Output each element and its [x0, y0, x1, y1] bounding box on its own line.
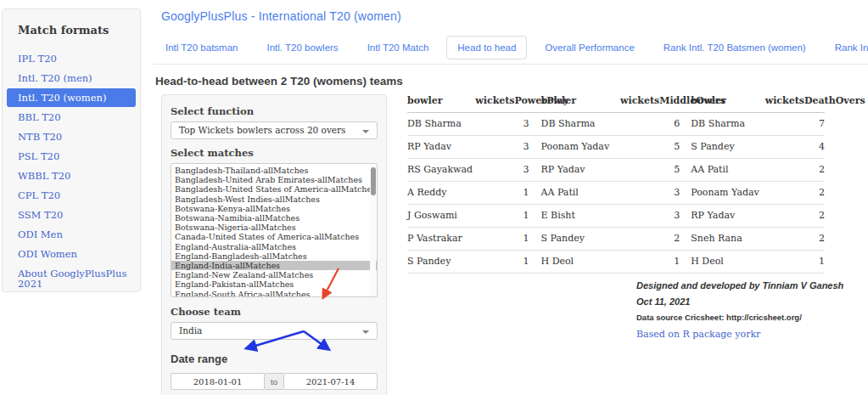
- sidebar-item-psl-t20[interactable]: PSL T20: [3, 147, 140, 166]
- sidebar-title: Match formats: [3, 24, 140, 37]
- sidebar-item-intl-t20-men-[interactable]: Intl. T20 (men): [3, 69, 140, 87]
- table-cell: 3: [620, 205, 680, 228]
- match-option[interactable]: England-Bangladesh-allMatches: [171, 251, 377, 261]
- sidebar-item-about-googlyplusplus-2021[interactable]: About GooglyPlusPlus 2021: [3, 264, 140, 293]
- sidebar-item-ssm-t20[interactable]: SSM T20: [3, 206, 140, 224]
- table-cell: 4: [765, 136, 825, 159]
- chevron-down-icon: [362, 330, 369, 334]
- table-cell: RP Yadav: [529, 159, 620, 182]
- tab-bar: Intl T20 batsmanIntl. T20 bowlersIntl T2…: [154, 36, 868, 59]
- listbox-scrollbar-thumb[interactable]: [371, 167, 376, 195]
- table-cell: S Pandey: [407, 251, 475, 274]
- select-matches-label: Select matches: [171, 147, 378, 159]
- table-row: J Goswami1E Bisht3RP Yadav2: [407, 205, 825, 228]
- match-option[interactable]: England-Australia-allMatches: [171, 242, 377, 251]
- table-cell: 1: [475, 182, 529, 205]
- sidebar-item-bbl-t20[interactable]: BBL T20: [3, 108, 140, 127]
- match-option[interactable]: Canada-United States of America-allMatch…: [171, 232, 377, 241]
- table-cell: RP Yadav: [680, 205, 764, 228]
- match-option[interactable]: England-Pakistan-allMatches: [171, 279, 377, 289]
- table-header-cell: bowler: [407, 90, 475, 113]
- footer-data-source: Data source Cricsheet: http://cricsheet.…: [636, 313, 843, 322]
- date-range-control: to: [171, 373, 378, 390]
- select-function-value: Top Wickets bowlers across 20 overs: [179, 125, 345, 135]
- sidebar-item-ipl-t20[interactable]: IPL T20: [3, 49, 140, 68]
- table-cell: 2: [765, 228, 825, 251]
- table-cell: Poonam Yadav: [680, 182, 764, 205]
- table-cell: RP Yadav: [407, 136, 475, 159]
- tab-rank-intl-t20-batsmen-women-[interactable]: Rank Intl. T20 Batsmen (women): [652, 36, 817, 59]
- sidebar-item-odi-women[interactable]: ODI Women: [3, 245, 140, 263]
- tab-head-to-head[interactable]: Head to head: [446, 36, 527, 59]
- table-cell: P Vastrakar: [407, 228, 475, 251]
- tab-intl-t20-bowlers[interactable]: Intl. T20 bowlers: [255, 36, 349, 59]
- match-option[interactable]: Botswana-Kenya-allMatches: [171, 204, 377, 213]
- table-row: RP Yadav3Poonam Yadav5S Pandey4: [407, 136, 825, 159]
- table-cell: H Deol: [680, 251, 764, 274]
- footer: Designed and developed by Tinniam V Gane…: [636, 280, 843, 340]
- match-option[interactable]: England-New Zealand-allMatches: [171, 270, 377, 279]
- tab-intl-t20-batsman[interactable]: Intl T20 batsman: [154, 36, 249, 59]
- choose-team-dropdown[interactable]: India: [171, 322, 378, 340]
- table-cell: DB Sharma: [407, 113, 475, 136]
- match-option[interactable]: Bangladesh-United States of America-allM…: [171, 184, 377, 194]
- tab-overall-performance[interactable]: Overall Performance: [534, 36, 645, 59]
- match-option[interactable]: Bangladesh-West Indies-allMatches: [171, 195, 377, 204]
- table-cell: 1: [765, 251, 825, 274]
- match-option[interactable]: Botswana-Namibia-allMatches: [171, 213, 377, 223]
- table-cell: 2: [765, 205, 825, 228]
- controls-panel: Select function Top Wickets bowlers acro…: [161, 94, 387, 395]
- wickets-table: bowlerwicketsPowerPlaybowlerwicketsMiddl…: [407, 90, 825, 274]
- section-heading: Head-to-head between 2 T20 (womens) team…: [155, 75, 403, 87]
- table-row: DB Sharma3DB Sharma6DB Sharma7: [407, 113, 825, 136]
- table-cell: A Reddy: [407, 182, 475, 205]
- table-row: RS Gayakwad3RP Yadav5AA Patil2: [407, 159, 825, 182]
- sidebar-item-intl-t20-women-[interactable]: Intl. T20 (women): [7, 88, 136, 107]
- table-cell: 3: [475, 136, 529, 159]
- sidebar-item-cpl-t20[interactable]: CPL T20: [3, 186, 140, 205]
- match-option[interactable]: England-South Africa-allMatches: [171, 290, 377, 297]
- tab-intl-t20-match[interactable]: Intl T20 Match: [356, 36, 440, 59]
- yorkr-package-link[interactable]: Based on R package yorkr: [636, 329, 843, 340]
- table-header-cell: wicketsPowerPlay: [475, 90, 529, 113]
- choose-team-value: India: [179, 325, 202, 336]
- tab-rank-intl-t20-bowlers-women-[interactable]: Rank Intl. T20 Bowlers (women): [824, 36, 868, 59]
- table-cell: RS Gayakwad: [407, 159, 475, 182]
- select-matches-listbox[interactable]: Bangladesh-Thailand-allMatchesBangladesh…: [171, 163, 378, 297]
- table-header-cell: wicketsDeathOvers: [765, 90, 825, 113]
- page-title: GooglyPlusPlus - International T20 (wome…: [161, 9, 401, 23]
- table-row: P Vastrakar1S Pandey2Sneh Rana2: [407, 228, 825, 251]
- match-option[interactable]: England-India-allMatches: [171, 261, 377, 270]
- footer-date: Oct 11, 2021: [636, 296, 843, 307]
- table-cell: 3: [475, 159, 529, 182]
- table-cell: 2: [765, 182, 825, 205]
- table-cell: Sneh Rana: [680, 228, 764, 251]
- match-option[interactable]: Botswana-Nigeria-allMatches: [171, 223, 377, 232]
- date-range-heading: Date range: [171, 353, 378, 365]
- table-cell: 7: [765, 113, 825, 136]
- match-option[interactable]: Bangladesh-Thailand-allMatches: [171, 166, 377, 175]
- table-cell: S Pandey: [680, 136, 764, 159]
- table-cell: 5: [620, 159, 680, 182]
- table-header-cell: bowler: [529, 90, 620, 113]
- chevron-down-icon: [362, 130, 369, 133]
- date-end-input[interactable]: [283, 373, 378, 390]
- table-cell: 1: [475, 251, 529, 274]
- sidebar-item-ntb-t20[interactable]: NTB T20: [3, 127, 140, 146]
- select-function-label: Select function: [171, 105, 378, 117]
- table-cell: 2: [765, 159, 825, 182]
- table-row: A Reddy1AA Patil3Poonam Yadav2: [407, 182, 825, 205]
- table-cell: AA Patil: [680, 159, 764, 182]
- table-cell: S Pandey: [529, 228, 620, 251]
- date-range-separator: to: [265, 373, 283, 390]
- table-cell: J Goswami: [407, 205, 475, 228]
- table-cell: DB Sharma: [529, 113, 620, 136]
- select-function-dropdown[interactable]: Top Wickets bowlers across 20 overs: [171, 121, 378, 139]
- sidebar-item-wbbl-t20[interactable]: WBBL T20: [3, 166, 140, 185]
- table-cell: E Bisht: [529, 205, 620, 228]
- sidebar-item-odi-men[interactable]: ODI Men: [3, 225, 140, 244]
- date-start-input[interactable]: [171, 373, 265, 390]
- listbox-scrollbar[interactable]: [370, 165, 376, 297]
- table-cell: 3: [475, 113, 529, 136]
- match-option[interactable]: Bangladesh-United Arab Emirates-allMatch…: [171, 175, 377, 184]
